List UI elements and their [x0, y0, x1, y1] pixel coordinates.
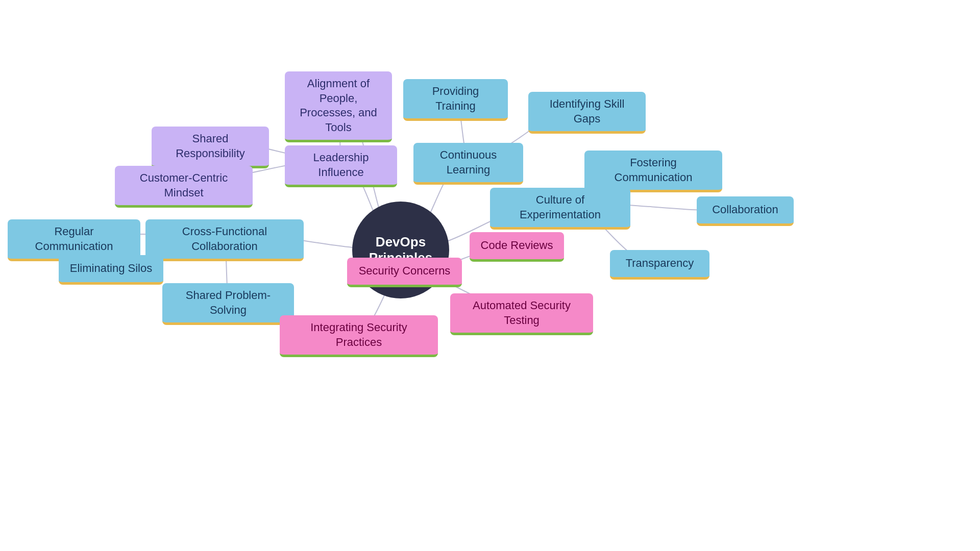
node-customer-centric[interactable]: Customer-Centric Mindset — [115, 166, 253, 208]
node-continuous-learning[interactable]: Continuous Learning — [413, 143, 523, 185]
node-automated-security[interactable]: Automated Security Testing — [450, 293, 593, 335]
mindmap-canvas: DevOps PrinciplesAlignment of People, Pr… — [0, 0, 980, 551]
node-eliminating-silos[interactable]: Eliminating Silos — [59, 255, 163, 285]
node-culture-experimentation[interactable]: Culture of Experimentation — [490, 188, 630, 230]
node-shared-problem-solving[interactable]: Shared Problem-Solving — [162, 283, 294, 325]
node-collaboration[interactable]: Collaboration — [697, 196, 794, 226]
node-security-concerns[interactable]: Security Concerns — [347, 258, 462, 287]
node-cross-functional[interactable]: Cross-Functional Collaboration — [145, 219, 304, 261]
node-shared-responsibility[interactable]: Shared Responsibility — [152, 127, 269, 168]
node-providing-training[interactable]: Providing Training — [403, 79, 508, 121]
node-integrating-security[interactable]: Integrating Security Practices — [280, 315, 438, 357]
node-transparency[interactable]: Transparency — [610, 250, 709, 280]
node-code-reviews[interactable]: Code Reviews — [470, 232, 564, 262]
node-leadership-influence[interactable]: Leadership Influence — [285, 145, 397, 187]
node-alignment[interactable]: Alignment of People, Processes, and Tool… — [285, 71, 392, 142]
node-fostering-communication[interactable]: Fostering Communication — [584, 151, 722, 192]
node-identifying-skill-gaps[interactable]: Identifying Skill Gaps — [528, 92, 646, 134]
